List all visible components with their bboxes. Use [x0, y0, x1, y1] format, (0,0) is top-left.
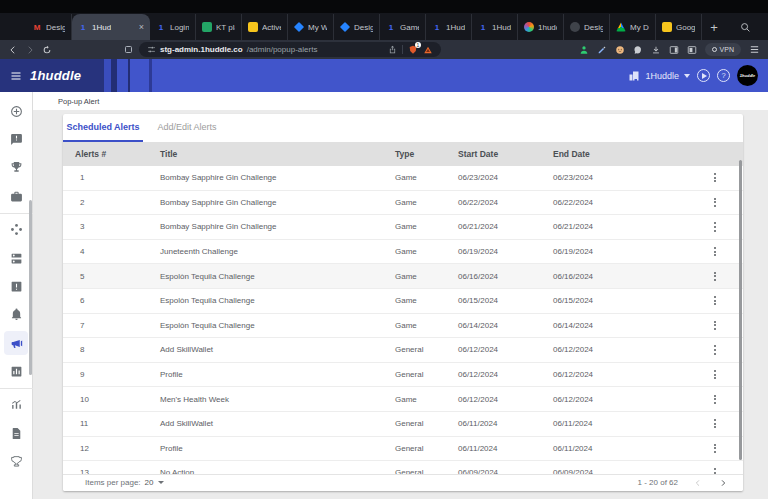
table-row[interactable]: 2 Bombay Sapphire Gin Challenge Game 06/…: [63, 191, 743, 216]
sidebar-item-list[interactable]: [4, 246, 28, 270]
sidebar-item-chart-box[interactable]: [4, 360, 28, 384]
browser-tab-login[interactable]: 1 Login: [150, 14, 196, 40]
row-actions-menu[interactable]: [711, 269, 719, 284]
bookmark-tab-icon[interactable]: [125, 46, 132, 53]
table-row[interactable]: 8 Add SkillWallet General 06/12/2024 06/…: [63, 338, 743, 363]
next-page-icon[interactable]: [719, 479, 727, 487]
extension-person-icon[interactable]: [579, 45, 589, 55]
tab-search-icon[interactable]: [730, 14, 760, 40]
cell-start-date: 06/22/2024: [458, 198, 553, 207]
browser-tab-google-k[interactable]: Google K: [656, 14, 702, 40]
back-icon[interactable]: [8, 45, 18, 55]
browser-tab-my-work[interactable]: My Work: [288, 14, 334, 40]
org-switcher[interactable]: 1Huddle: [628, 70, 690, 82]
sidebar-item-popup-alerts[interactable]: [4, 331, 28, 355]
browser-tab-1huddle-active[interactable]: 1 1Hud ×: [72, 14, 150, 40]
extension-chat-icon[interactable]: [633, 45, 643, 55]
browser-tab-my-drive[interactable]: My Drive: [610, 14, 656, 40]
extension-pencil-icon[interactable]: [597, 45, 607, 55]
browser-tab-design-m[interactable]: Design M: [564, 14, 610, 40]
col-title: Title: [160, 149, 395, 159]
content-area: Pop-up Alert Scheduled Alerts Add/Edit A…: [33, 92, 768, 499]
sidebar-item-feedback[interactable]: [4, 128, 28, 152]
row-actions-menu[interactable]: [711, 465, 719, 473]
reload-icon[interactable]: [42, 45, 52, 55]
sidebar-scrollbar[interactable]: [29, 200, 32, 375]
cell-type: Game: [395, 296, 458, 305]
row-actions-menu[interactable]: [711, 293, 719, 308]
row-actions-menu[interactable]: [711, 170, 719, 185]
row-actions-menu[interactable]: [711, 367, 719, 382]
pagination-range: 1 - 20 of 62: [638, 478, 678, 487]
tab-add-edit-alerts[interactable]: Add/Edit Alerts: [143, 114, 231, 142]
browser-tab-design[interactable]: Design -: [334, 14, 380, 40]
browser-tab-kt-plan[interactable]: KT plan f: [196, 14, 242, 40]
cell-end-date: 06/22/2024: [553, 198, 689, 207]
tab-scheduled-alerts[interactable]: Scheduled Alerts: [63, 114, 143, 142]
cell-title: Men's Health Week: [160, 395, 395, 404]
row-actions-menu[interactable]: [711, 342, 719, 357]
url-field[interactable]: stg-admin.1huddle.co/admin/popup-alerts …: [139, 42, 441, 57]
row-actions-menu[interactable]: [711, 392, 719, 407]
table-row[interactable]: 12 Profile General 06/11/2024 06/11/2024: [63, 437, 743, 462]
table-row[interactable]: 3 Bombay Sapphire Gin Challenge Game 06/…: [63, 215, 743, 240]
sidebar-item-trophy[interactable]: [4, 156, 28, 180]
user-avatar[interactable]: 1huddle: [737, 65, 758, 86]
table-row[interactable]: 6 Espolòn Tequila Challenge Game 06/15/2…: [63, 289, 743, 314]
brave-shield-icon[interactable]: 1: [408, 45, 418, 55]
hamburger-menu-icon[interactable]: [10, 70, 22, 82]
table-row[interactable]: 13 No Action General 06/09/2024 06/09/20…: [63, 461, 743, 473]
table-row[interactable]: 5 Espolòn Tequila Challenge Game 06/16/2…: [63, 264, 743, 289]
browser-tab-1huddle-2[interactable]: 1 1Huddle: [426, 14, 472, 40]
row-actions-menu[interactable]: [711, 416, 719, 431]
table-row[interactable]: 11 Add SkillWallet General 06/11/2024 06…: [63, 412, 743, 437]
cell-title: Profile: [160, 444, 395, 453]
items-per-page-select[interactable]: 20: [145, 478, 154, 487]
previous-page-icon[interactable]: [694, 479, 702, 487]
sidebar-item-rewards[interactable]: [4, 450, 28, 474]
browser-tab-active-us[interactable]: Active us: [242, 14, 288, 40]
sidebar-item-analytics[interactable]: [4, 393, 28, 417]
sidebar-item-reports[interactable]: [4, 421, 28, 445]
sidebar-item-briefcase[interactable]: [4, 184, 28, 208]
table-row[interactable]: 1 Bombay Sapphire Gin Challenge Game 06/…: [63, 166, 743, 191]
reading-panel-icon[interactable]: [687, 45, 697, 55]
browser-menu-icon[interactable]: [749, 44, 760, 55]
table-row[interactable]: 10 Men's Health Week Game 06/12/2024 06/…: [63, 387, 743, 412]
row-actions-menu[interactable]: [711, 318, 719, 333]
table-row[interactable]: 9 Profile General 06/12/2024 06/12/2024: [63, 363, 743, 388]
row-actions-menu[interactable]: [711, 195, 719, 210]
tour-play-button[interactable]: [697, 69, 710, 82]
cell-start-date: 06/12/2024: [458, 345, 553, 354]
sidebar-panel-icon[interactable]: [669, 45, 679, 55]
cell-title: Juneteenth Challenge: [160, 247, 395, 256]
cell-type: General: [395, 419, 458, 428]
table-row[interactable]: 7 Espolòn Tequila Challenge Game 06/14/2…: [63, 314, 743, 339]
table-row[interactable]: 4 Juneteenth Challenge Game 06/19/2024 0…: [63, 240, 743, 265]
table-scrollbar[interactable]: [739, 160, 742, 460]
share-icon[interactable]: [388, 45, 397, 54]
browser-tab-1huddle-3[interactable]: 1 1Huddle: [472, 14, 518, 40]
vpn-button[interactable]: VPN: [705, 43, 741, 56]
new-tab-button[interactable]: +: [702, 14, 726, 40]
main-area: Pop-up Alert Scheduled Alerts Add/Edit A…: [0, 92, 768, 499]
browser-tab-strip: M Design G 1 1Hud × 1 Login KT plan f Ac…: [0, 0, 768, 40]
row-actions-menu[interactable]: [711, 441, 719, 456]
row-actions-menu[interactable]: [711, 219, 719, 234]
sidebar-item-add[interactable]: [4, 99, 28, 123]
browser-tab-games[interactable]: 1 Games: [380, 14, 426, 40]
sidebar-item-alert[interactable]: [4, 274, 28, 298]
google-keep-icon: [662, 22, 672, 32]
sidebar-item-games[interactable]: [4, 218, 28, 242]
close-tab-icon[interactable]: ×: [139, 22, 144, 32]
browser-tab-1huddle-brand[interactable]: 1huddle: [518, 14, 564, 40]
download-icon[interactable]: [651, 45, 661, 55]
row-actions-menu[interactable]: [711, 244, 719, 259]
browser-tab-design-g[interactable]: M Design G: [26, 14, 72, 40]
adblock-triangle-icon[interactable]: [423, 45, 433, 55]
sidebar-item-notifications[interactable]: [4, 303, 28, 327]
forward-icon[interactable]: [25, 45, 35, 55]
app-logo[interactable]: 1huddle: [30, 68, 81, 83]
extension-face-icon[interactable]: [615, 45, 625, 55]
help-button[interactable]: ?: [717, 69, 730, 82]
